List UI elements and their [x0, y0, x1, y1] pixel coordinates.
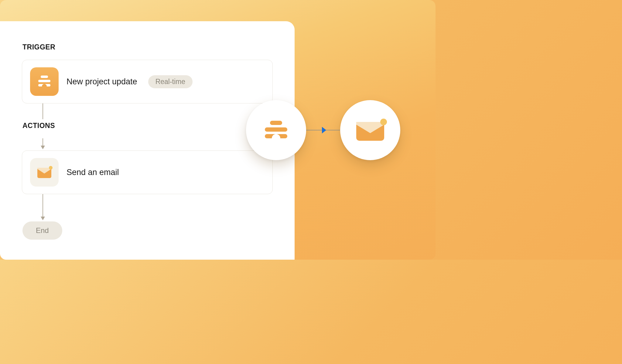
stacked-lines-icon [36, 73, 53, 90]
envelope-notification-icon [352, 116, 388, 144]
action-icon-box [30, 158, 59, 187]
action-title: Send an email [67, 168, 119, 177]
svg-point-4 [49, 166, 53, 170]
trigger-icon-box [30, 67, 59, 96]
envelope-notification-icon [36, 166, 53, 179]
flow-node-action[interactable] [340, 100, 400, 160]
flow-node-trigger[interactable] [246, 100, 306, 160]
trigger-card[interactable]: New project update Real-time [22, 60, 273, 103]
action-card[interactable]: Send an email [22, 150, 273, 194]
svg-rect-5 [270, 121, 282, 125]
stacked-lines-icon [259, 113, 293, 147]
svg-rect-0 [41, 76, 48, 78]
trigger-title: New project update [67, 77, 137, 86]
connector-trigger-to-actions [43, 103, 273, 119]
actions-section-label: ACTIONS [22, 122, 273, 130]
svg-rect-1 [38, 80, 50, 82]
end-pill: End [22, 221, 62, 240]
realtime-badge: Real-time [148, 75, 193, 88]
connector-action-to-end [43, 194, 273, 221]
svg-rect-6 [265, 127, 287, 132]
trigger-section-label: TRIGGER [22, 43, 273, 51]
svg-point-9 [380, 119, 387, 125]
connector-label-to-action [43, 138, 273, 150]
flow-arrow-icon [322, 127, 326, 133]
